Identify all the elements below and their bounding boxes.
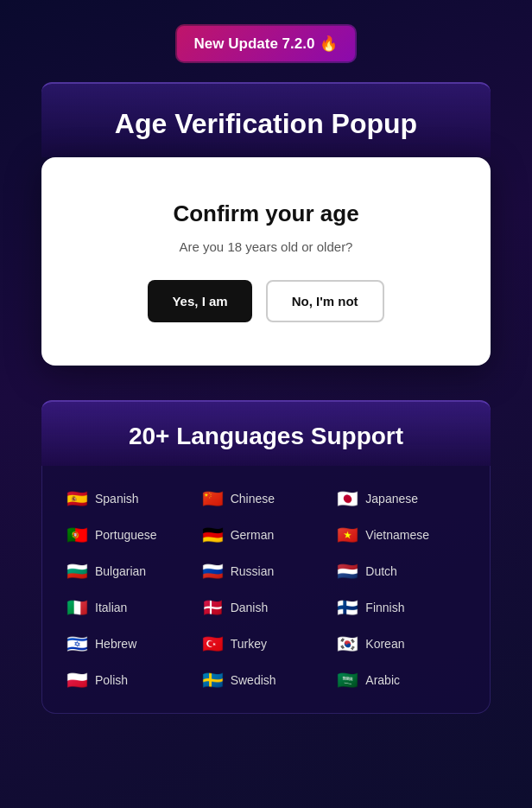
badge-label: New Update 7.2.0 [194,35,315,53]
update-badge: New Update 7.2.0 🔥 [177,26,356,61]
flag-icon: 🇧🇬 [66,563,88,580]
list-item: 🇮🇱 Hebrew [63,628,199,659]
flag-icon: 🇵🇱 [66,671,88,689]
list-item: 🇰🇷 Korean [333,628,469,659]
lang-name: Hebrew [95,637,136,651]
confirm-title: Confirm your age [76,200,456,227]
no-button[interactable]: No, I'm not [266,280,384,322]
flag-icon: 🇩🇪 [202,526,224,544]
lang-name: Finnish [365,601,404,614]
list-item: 🇨🇳 Chinese [199,483,334,514]
list-item: 🇷🇺 Russian [199,556,334,587]
yes-button[interactable]: Yes, I am [148,280,251,322]
lang-name: Swedish [231,673,276,687]
flag-icon: 🇯🇵 [337,490,358,507]
lang-name: Dutch [365,564,397,578]
list-item: 🇸🇪 Swedish [199,665,334,696]
list-item: 🇸🇦 Arabic [333,665,469,696]
languages-header: 20+ Languages Support [41,400,491,466]
flag-icon: 🇫🇮 [337,599,358,616]
flag-icon: 🇮🇹 [66,599,88,616]
lang-name: Spanish [95,492,139,506]
flag-icon: 🇳🇱 [337,563,358,580]
popup-card: Confirm your age Are you 18 years old or… [41,157,491,366]
flag-icon: 🇨🇳 [202,490,224,507]
flag-icon: 🇹🇷 [202,635,224,652]
flag-icon: 🇪🇸 [66,490,88,507]
lang-name: Russian [231,564,275,578]
languages-title: 20+ Languages Support [59,423,473,450]
languages-grid: 🇪🇸 Spanish 🇨🇳 Chinese 🇯🇵 Japanese 🇵🇹 Por… [63,483,469,696]
lang-name: Italian [95,601,127,614]
list-item: 🇩🇰 Danish [199,592,334,623]
fire-icon: 🔥 [320,35,338,53]
lang-name: Portuguese [95,528,157,542]
lang-name: Turkey [231,637,267,651]
lang-name: Korean [365,637,404,651]
flag-icon: 🇸🇦 [337,671,358,689]
list-item: 🇻🇳 Vietnamese [333,519,469,550]
list-item: 🇧🇬 Bulgarian [63,556,199,587]
list-item: 🇵🇹 Portuguese [63,519,199,550]
lang-name: Japanese [365,492,418,506]
flag-icon: 🇵🇹 [66,526,88,544]
list-item: 🇫🇮 Finnish [333,592,469,623]
languages-section: 20+ Languages Support 🇪🇸 Spanish 🇨🇳 Chin… [41,400,491,714]
flag-icon: 🇷🇺 [202,563,224,580]
list-item: 🇪🇸 Spanish [63,483,199,514]
list-item: 🇵🇱 Polish [63,665,199,696]
flag-icon: 🇮🇱 [66,635,88,652]
list-item: 🇹🇷 Turkey [199,628,334,659]
confirm-subtitle: Are you 18 years old or older? [76,239,456,254]
languages-grid-container: 🇪🇸 Spanish 🇨🇳 Chinese 🇯🇵 Japanese 🇵🇹 Por… [41,466,491,714]
flag-icon: 🇩🇰 [202,599,224,616]
lang-name: Danish [231,601,269,614]
list-item: 🇯🇵 Japanese [333,483,469,514]
lang-name: German [231,528,275,542]
flag-icon: 🇸🇪 [202,671,224,689]
flag-icon: 🇰🇷 [337,635,358,652]
lang-name: Arabic [365,673,400,687]
lang-name: Bulgarian [95,564,146,578]
lang-name: Vietnamese [365,528,429,542]
page-title: Age Verification Popup [59,108,473,140]
flag-icon: 🇻🇳 [337,526,358,544]
lang-name: Polish [95,673,128,687]
list-item: 🇳🇱 Dutch [333,556,469,587]
list-item: 🇮🇹 Italian [63,592,199,623]
lang-name: Chinese [231,492,275,506]
header-section: Age Verification Popup [41,82,491,157]
list-item: 🇩🇪 German [199,519,334,550]
